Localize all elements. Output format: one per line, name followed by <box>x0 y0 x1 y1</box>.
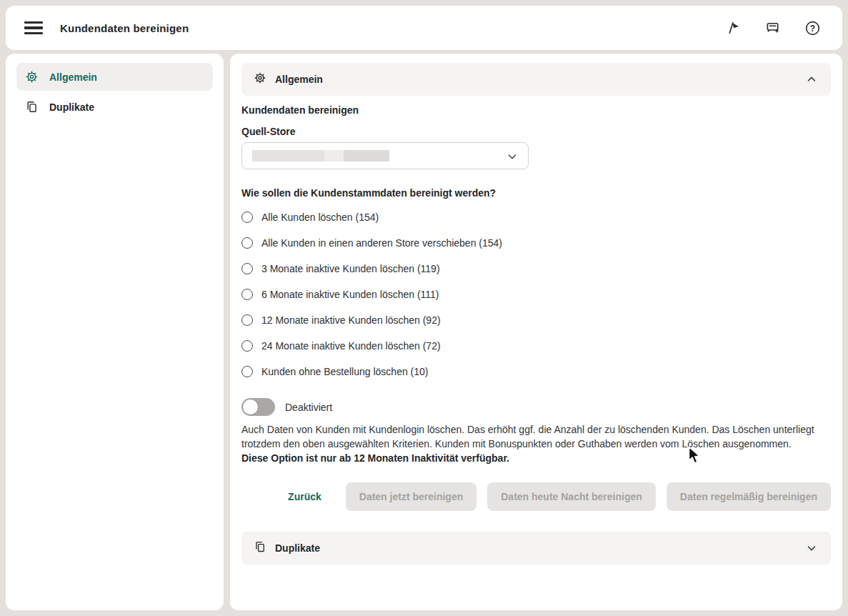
menu-icon[interactable] <box>24 21 43 34</box>
toggle-switch-off[interactable] <box>241 398 275 416</box>
sidebar-item-duplikate[interactable]: Duplikate <box>16 93 213 121</box>
clean-now-button[interactable]: Daten jetzt bereinigen <box>346 482 477 511</box>
clean-tonight-button[interactable]: Daten heute Nacht bereinigen <box>487 482 656 511</box>
radio-option-no-orders[interactable]: Kunden ohne Bestellung löschen (10) <box>241 364 831 379</box>
svg-text:?: ? <box>809 23 814 33</box>
accordion-header-duplikate[interactable]: Duplikate <box>241 532 831 565</box>
radio-button[interactable] <box>241 237 253 249</box>
radio-option-inactive-12m[interactable]: 12 Monate inaktive Kunden löschen (92) <box>241 313 831 327</box>
radio-option-delete-all[interactable]: Alle Kunden löschen (154) <box>241 210 831 224</box>
help-icon[interactable]: ? <box>804 19 821 36</box>
accordion-title: Duplikate <box>275 542 320 554</box>
radio-group-question: Wie sollen die Kundenstammdaten bereinig… <box>241 187 831 199</box>
radio-option-inactive-6m[interactable]: 6 Monate inaktive Kunden löschen (111) <box>241 287 831 302</box>
radio-button[interactable] <box>241 212 253 223</box>
gear-icon <box>24 70 39 84</box>
back-button[interactable]: Zurück <box>288 491 321 502</box>
radio-option-inactive-24m[interactable]: 24 Monate inaktive Kunden löschen (72) <box>241 339 831 353</box>
source-store-select[interactable] <box>241 142 529 169</box>
toggle-knob <box>243 399 258 414</box>
radio-button[interactable] <box>241 314 253 326</box>
radio-option-move-all[interactable]: Alle Kunden in einen anderen Store versc… <box>241 236 831 250</box>
redacted-store-value <box>252 150 389 162</box>
radio-option-inactive-3m[interactable]: 3 Monate inaktive Kunden löschen (119) <box>241 262 831 276</box>
radio-button[interactable] <box>241 289 253 300</box>
description-text: Auch Daten von Kunden mit Kundenlogin lö… <box>241 422 831 451</box>
action-button-row: Zurück Daten jetzt bereinigen Daten heut… <box>241 482 831 511</box>
copy-icon <box>24 100 39 114</box>
sidebar-item-label: Duplikate <box>49 101 94 113</box>
copy-icon <box>254 540 266 556</box>
chevron-up-icon[interactable] <box>804 72 819 86</box>
accordion-title: Allgemein <box>275 74 323 85</box>
page-title: Kundendaten bereinigen <box>60 22 189 34</box>
customer-login-toggle-row: Deaktiviert <box>241 398 831 416</box>
feedback-icon[interactable] <box>764 19 782 36</box>
clean-regularly-button[interactable]: Daten regelmäßig bereinigen <box>667 482 831 511</box>
radio-button[interactable] <box>241 340 253 352</box>
radio-button[interactable] <box>241 366 253 377</box>
sidebar-item-label: Allgemein <box>49 71 97 83</box>
chevron-down-icon <box>506 150 519 166</box>
accordion-header-allgemein[interactable]: Allgemein <box>241 63 831 96</box>
form-heading: Kundendaten bereinigen <box>241 104 831 116</box>
toggle-label: Deaktiviert <box>285 402 332 413</box>
main-panel: Allgemein Kundendaten bereinigen Quell-S… <box>230 54 842 610</box>
chevron-down-icon[interactable] <box>804 541 819 555</box>
description-bold-text: Diese Option ist nur ab 12 Monaten Inakt… <box>241 451 831 465</box>
source-store-label: Quell-Store <box>241 126 831 137</box>
gear-icon <box>254 71 266 87</box>
sidebar-item-allgemein[interactable]: Allgemein <box>16 63 213 91</box>
topbar-actions: ? <box>725 19 821 36</box>
sidebar: Allgemein Duplikate <box>6 54 224 610</box>
top-bar: Kundendaten bereinigen ? <box>6 6 842 50</box>
radio-button[interactable] <box>241 263 253 274</box>
flag-icon[interactable] <box>725 19 742 36</box>
